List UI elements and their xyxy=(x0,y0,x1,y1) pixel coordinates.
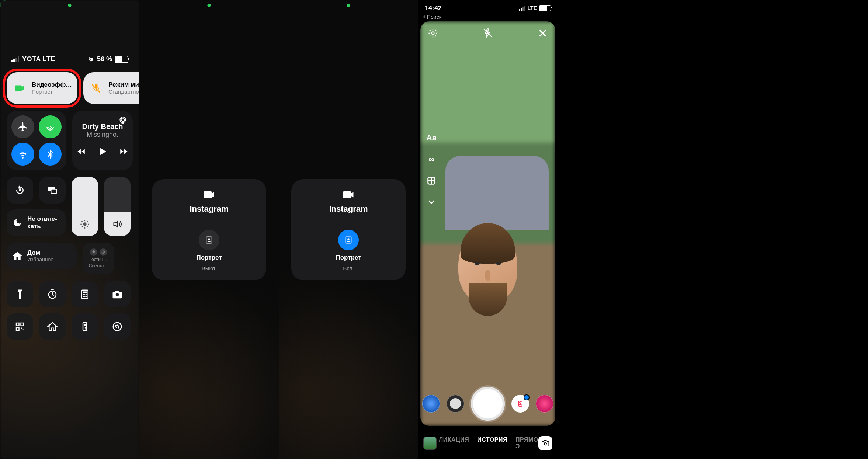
svg-rect-11 xyxy=(83,292,87,293)
svg-point-34 xyxy=(347,238,349,240)
video-icon xyxy=(12,80,27,96)
qr-code-button[interactable] xyxy=(7,313,33,340)
camera-indicator-dot xyxy=(347,4,350,7)
dnd-line1: Не отвле- xyxy=(27,215,57,223)
accessory-line1: Гостин… xyxy=(89,257,107,262)
svg-point-1 xyxy=(121,118,125,122)
story-tools: Aa ∞ xyxy=(426,132,437,208)
status-bar: YOTA LTE 56 % xyxy=(0,55,139,63)
volume-slider[interactable] xyxy=(104,177,131,236)
shazam-button[interactable] xyxy=(104,313,131,340)
svg-point-17 xyxy=(86,296,87,297)
settings-button[interactable] xyxy=(427,27,439,39)
wifi-toggle[interactable] xyxy=(11,143,34,166)
rewind-button[interactable] xyxy=(76,147,86,158)
more-tools-button[interactable] xyxy=(426,196,437,208)
portrait-toggle-off[interactable] xyxy=(199,230,219,250)
video-effects-off-screenshot: Instagram Портрет Выкл. xyxy=(139,0,279,459)
tab-post[interactable]: БЛИКАЦИЯ xyxy=(439,437,469,450)
video-effects-panel: Instagram Портрет Вкл. xyxy=(291,179,406,280)
text-tool[interactable]: Aa xyxy=(426,132,437,144)
layout-tool[interactable] xyxy=(426,175,437,187)
cellular-data-toggle[interactable] xyxy=(39,115,62,138)
shutter-button[interactable] xyxy=(471,387,505,421)
video-effects-title: Видеоэффек… xyxy=(32,81,72,88)
focus-dnd-button[interactable]: Не отвле- кать xyxy=(7,209,66,236)
svg-rect-4 xyxy=(51,189,56,194)
battery-percent: 56 % xyxy=(97,55,112,63)
apple-tv-remote-button[interactable] xyxy=(72,313,98,340)
svg-point-28 xyxy=(84,328,84,329)
video-effects-app: Instagram xyxy=(329,204,368,214)
battery-icon xyxy=(115,56,128,63)
timer-button[interactable] xyxy=(39,281,66,307)
gallery-button[interactable] xyxy=(423,437,437,450)
camera-button[interactable] xyxy=(104,281,131,307)
portrait-label: Портрет xyxy=(336,254,361,261)
camera-indicator-dot xyxy=(68,4,72,7)
effect-thumb-4[interactable] xyxy=(536,395,553,413)
home-accessory-button[interactable]: Гостин… Светил… xyxy=(83,243,114,274)
svg-point-15 xyxy=(83,296,84,297)
svg-point-35 xyxy=(432,32,434,35)
portrait-label: Портрет xyxy=(196,254,222,261)
airplay-icon[interactable] xyxy=(118,116,128,127)
svg-point-14 xyxy=(86,294,87,295)
portrait-state-on: Вкл. xyxy=(343,265,354,271)
portrait-toggle-on[interactable] xyxy=(338,230,359,250)
svg-point-32 xyxy=(208,238,210,240)
bluetooth-toggle[interactable] xyxy=(39,143,62,166)
accessory-line2: Светил… xyxy=(89,264,108,268)
camera-indicator-dot xyxy=(208,4,211,7)
svg-point-5 xyxy=(83,222,86,226)
video-effects-button[interactable]: Видеоэффек… Портрет xyxy=(7,72,77,104)
signal-bars-icon xyxy=(11,56,19,62)
back-to-search-button[interactable]: Поиск xyxy=(422,14,441,20)
alarm-icon xyxy=(88,56,94,62)
svg-point-12 xyxy=(83,294,84,295)
effects-carousel[interactable] xyxy=(420,387,555,421)
svg-point-30 xyxy=(113,323,122,331)
flash-off-button[interactable] xyxy=(482,27,494,39)
home-title: Дом xyxy=(27,249,53,257)
airplane-mode-toggle[interactable] xyxy=(11,115,34,138)
now-playing-tile[interactable]: Dirty Beach Missingno. xyxy=(72,111,133,170)
media-artist: Missingno. xyxy=(87,131,118,139)
brightness-icon xyxy=(80,219,90,229)
screen-mirroring-button[interactable] xyxy=(39,177,66,204)
svg-rect-22 xyxy=(21,328,22,329)
rotation-lock-button[interactable] xyxy=(7,177,33,204)
boomerang-tool[interactable]: ∞ xyxy=(426,153,437,165)
home-button[interactable] xyxy=(39,313,66,340)
selfie-preview xyxy=(445,159,530,314)
video-effects-sub: Портрет xyxy=(32,88,72,95)
flashlight-button[interactable] xyxy=(7,281,33,307)
effect-thumb-2[interactable] xyxy=(447,395,464,413)
calculator-button[interactable] xyxy=(72,281,98,307)
video-effects-panel: Instagram Портрет Выкл. xyxy=(152,179,266,280)
tab-story[interactable]: ИСТОРИЯ xyxy=(477,437,507,450)
svg-rect-19 xyxy=(16,323,19,326)
video-icon xyxy=(342,188,355,201)
home-favorites-button[interactable]: Дом Избранное xyxy=(7,243,77,269)
portrait-state-off: Выкл. xyxy=(202,265,216,271)
svg-point-13 xyxy=(84,294,86,295)
effect-thumb-1[interactable] xyxy=(422,395,440,413)
tab-live[interactable]: ПРЯМОЙ Э xyxy=(515,437,538,450)
signal-bars-icon xyxy=(519,6,525,11)
flip-camera-button[interactable] xyxy=(538,436,552,450)
svg-rect-24 xyxy=(83,323,87,331)
brightness-slider[interactable] xyxy=(72,177,98,236)
camera-mode-tabs[interactable]: БЛИКАЦИЯ ИСТОРИЯ ПРЯМОЙ Э xyxy=(439,437,538,450)
forward-button[interactable] xyxy=(119,147,129,158)
effect-thumb-3[interactable] xyxy=(511,395,529,413)
connectivity-group[interactable] xyxy=(7,111,66,170)
close-button[interactable] xyxy=(537,27,549,39)
bulb-icon xyxy=(90,248,97,256)
svg-rect-8 xyxy=(103,252,104,253)
instagram-camera-screenshot: 14:42 LTE Поиск xyxy=(418,0,558,459)
camera-bottom-bar: БЛИКАЦИЯ ИСТОРИЯ ПРЯМОЙ Э xyxy=(418,427,558,459)
status-bar: 14:42 LTE xyxy=(418,1,558,15)
svg-point-25 xyxy=(84,324,86,326)
play-button[interactable] xyxy=(97,146,108,159)
